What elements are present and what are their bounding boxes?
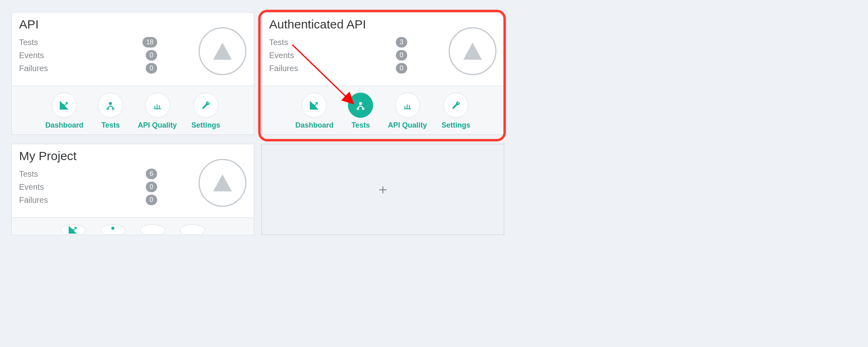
failures-count-badge: 0 bbox=[146, 195, 157, 205]
dashboard-button[interactable] bbox=[60, 224, 86, 234]
settings-label: Settings bbox=[442, 121, 471, 130]
card-title: API bbox=[19, 17, 182, 31]
bar-chart-icon bbox=[145, 93, 170, 118]
stat-events-row: Events 0 bbox=[19, 182, 157, 192]
events-count-badge: 0 bbox=[146, 50, 157, 61]
stat-tests-row: Tests 3 bbox=[269, 37, 407, 48]
card-title: My Project bbox=[19, 149, 182, 163]
stat-label-failures: Failures bbox=[269, 64, 298, 73]
stat-events-row: Events 0 bbox=[19, 50, 157, 61]
stat-tests-row: Tests 18 bbox=[19, 37, 157, 48]
tests-label: Tests bbox=[101, 121, 120, 130]
dashboard-label: Dashboard bbox=[45, 121, 83, 130]
wrench-icon bbox=[180, 224, 205, 234]
stat-label-tests: Tests bbox=[269, 38, 288, 47]
chart-line-icon bbox=[52, 93, 77, 118]
failures-count-badge: 0 bbox=[146, 63, 157, 74]
api-quality-label: API Quality bbox=[138, 121, 177, 130]
plus-icon: ＋ bbox=[376, 180, 390, 199]
events-count-badge: 0 bbox=[396, 50, 407, 61]
settings-button[interactable] bbox=[180, 224, 205, 234]
tests-count-badge: 6 bbox=[146, 169, 157, 179]
stat-label-events: Events bbox=[19, 182, 44, 192]
svg-point-1 bbox=[107, 108, 109, 110]
stat-failures-row: Failures 0 bbox=[269, 63, 407, 74]
api-quality-button[interactable]: API Quality bbox=[388, 93, 427, 130]
project-card-my-project[interactable]: My Project Tests 6 Events 0 Failures 0 bbox=[11, 144, 254, 235]
project-card-authenticated-api[interactable]: Authenticated API Tests 3 Events 0 Failu… bbox=[261, 12, 504, 135]
stat-label-tests: Tests bbox=[19, 169, 38, 179]
stat-events-row: Events 0 bbox=[269, 50, 407, 61]
stat-label-tests: Tests bbox=[19, 38, 38, 47]
svg-point-0 bbox=[109, 102, 112, 104]
tests-label: Tests bbox=[352, 121, 370, 130]
tests-button[interactable]: Tests bbox=[98, 93, 123, 130]
dashboard-button[interactable]: Dashboard bbox=[295, 93, 333, 130]
settings-label: Settings bbox=[192, 121, 220, 130]
api-quality-label: API Quality bbox=[388, 121, 427, 130]
svg-point-3 bbox=[359, 102, 362, 104]
chart-line-icon bbox=[60, 224, 86, 234]
settings-button[interactable]: Settings bbox=[442, 93, 471, 130]
svg-point-4 bbox=[357, 108, 359, 110]
stat-label-failures: Failures bbox=[19, 64, 48, 73]
dashboard-label: Dashboard bbox=[295, 121, 333, 130]
warning-icon bbox=[449, 27, 497, 75]
dashboard-button[interactable]: Dashboard bbox=[45, 93, 83, 130]
svg-point-5 bbox=[363, 108, 364, 110]
bar-chart-icon bbox=[140, 224, 165, 234]
stat-failures-row: Failures 0 bbox=[19, 63, 157, 74]
tests-count-badge: 18 bbox=[143, 37, 157, 48]
svg-point-6 bbox=[112, 227, 114, 230]
bar-chart-icon bbox=[395, 93, 420, 118]
stat-label-events: Events bbox=[269, 51, 294, 60]
stethoscope-icon bbox=[348, 93, 373, 118]
settings-button[interactable]: Settings bbox=[192, 93, 220, 130]
tests-count-badge: 3 bbox=[396, 37, 407, 48]
card-title: Authenticated API bbox=[269, 17, 432, 31]
stat-label-events: Events bbox=[19, 51, 44, 60]
chart-line-icon bbox=[302, 93, 327, 118]
stat-label-failures: Failures bbox=[19, 195, 48, 205]
api-quality-button[interactable] bbox=[140, 224, 165, 234]
warning-icon bbox=[199, 27, 246, 75]
warning-icon bbox=[199, 159, 246, 207]
events-count-badge: 0 bbox=[146, 182, 157, 192]
stethoscope-icon bbox=[100, 224, 125, 234]
api-quality-button[interactable]: API Quality bbox=[138, 93, 177, 130]
failures-count-badge: 0 bbox=[396, 63, 407, 74]
tests-button[interactable] bbox=[100, 224, 125, 234]
svg-point-2 bbox=[112, 108, 114, 110]
stethoscope-icon bbox=[98, 93, 123, 118]
add-project-card[interactable]: ＋ bbox=[261, 144, 504, 235]
tests-button[interactable]: Tests bbox=[348, 93, 373, 130]
stat-tests-row: Tests 6 bbox=[19, 169, 157, 179]
wrench-icon bbox=[193, 93, 218, 118]
stat-failures-row: Failures 0 bbox=[19, 195, 157, 205]
project-card-api[interactable]: API Tests 18 Events 0 Failures 0 bbox=[11, 12, 254, 135]
wrench-icon bbox=[443, 93, 469, 118]
